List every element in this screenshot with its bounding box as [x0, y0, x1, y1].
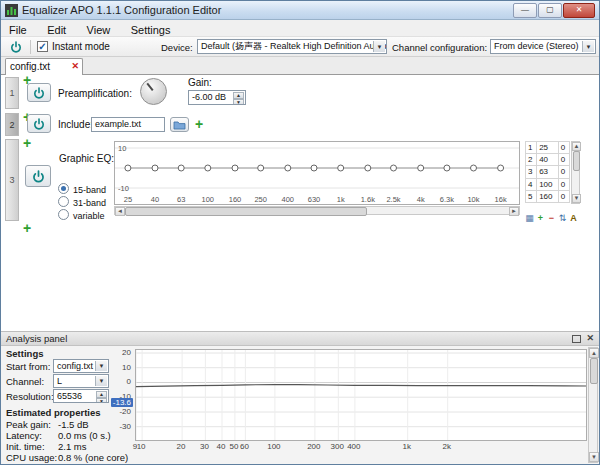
- menu-file[interactable]: File: [1, 22, 35, 36]
- spin-up-icon[interactable]: ▲: [96, 391, 107, 398]
- preamp-power-toggle[interactable]: [27, 83, 51, 102]
- scroll-left-icon[interactable]: ◄: [115, 207, 125, 216]
- band-freq-cell[interactable]: 160: [537, 190, 559, 202]
- svg-text:25: 25: [124, 195, 132, 204]
- app-window: Equalizer APO 1.1.1 Configuration Editor…: [0, 0, 600, 465]
- radio-icon: [58, 209, 69, 220]
- scroll-thumb[interactable]: [125, 207, 367, 216]
- close-panel-icon[interactable]: ✕: [586, 332, 594, 345]
- analysis-graph[interactable]: [135, 349, 587, 441]
- power-icon: [33, 118, 45, 130]
- normalize-response-icon[interactable]: A: [568, 213, 579, 223]
- init-time-value: 2.1 ms: [58, 441, 87, 452]
- x-tick-label: 400: [344, 442, 364, 451]
- invert-response-icon[interactable]: ⇅: [557, 213, 568, 223]
- svg-text:63: 63: [177, 195, 185, 204]
- eq-table-scrollbar[interactable]: ▲ ▼: [571, 141, 580, 204]
- grid-view-icon[interactable]: ▦: [524, 213, 535, 223]
- x-tick-label: 10: [131, 442, 151, 451]
- scroll-up-icon[interactable]: ▲: [589, 348, 599, 358]
- analysis-graph-canvas: [136, 350, 586, 440]
- float-panel-icon[interactable]: [572, 335, 581, 348]
- spin-down-icon[interactable]: ▼: [233, 99, 244, 105]
- band-freq-cell[interactable]: 40: [537, 154, 559, 166]
- svg-text:1k: 1k: [337, 195, 345, 204]
- band-gain-cell[interactable]: 0: [558, 154, 569, 166]
- scroll-thumb[interactable]: [590, 358, 598, 384]
- minimize-button[interactable]: —: [513, 3, 537, 18]
- peak-gain-value: -1.5 dB: [58, 419, 89, 430]
- include-power-toggle[interactable]: [27, 114, 51, 133]
- instant-mode-checkbox[interactable]: ✓: [37, 41, 48, 52]
- band-gain-cell[interactable]: 0: [558, 166, 569, 178]
- peak-gain-label: Peak gain:: [6, 419, 51, 430]
- include-file-input[interactable]: example.txt: [91, 117, 165, 132]
- title-bar[interactable]: Equalizer APO 1.1.1 Configuration Editor…: [1, 1, 599, 20]
- band-gain-cell[interactable]: 0: [558, 190, 569, 202]
- svg-text:16k: 16k: [495, 195, 507, 204]
- settings-header: Settings: [6, 348, 43, 359]
- spinner-arrows: ▲▼: [96, 391, 107, 401]
- band-freq-cell[interactable]: 25: [537, 142, 559, 154]
- chevron-down-icon[interactable]: ▼: [95, 361, 107, 371]
- analysis-scrollbar[interactable]: ▲ ▼: [588, 347, 598, 463]
- eq-graph[interactable]: 2540631001602504006301k1.6k2.5k4k6.3k10k…: [114, 141, 520, 205]
- svg-text:10k: 10k: [467, 195, 479, 204]
- start-from-select[interactable]: config.txt ▼: [53, 359, 109, 373]
- insert-row-button[interactable]: +: [21, 138, 33, 150]
- band-index-cell[interactable]: 5: [526, 190, 537, 202]
- close-button[interactable]: ✕: [563, 3, 595, 18]
- resolution-spinbox[interactable]: 65536 ▲▼: [53, 389, 109, 403]
- analysis-x-axis: 91020304050601002003004001k2k: [135, 442, 587, 452]
- scroll-right-icon[interactable]: ►: [509, 207, 519, 216]
- tab-close-icon[interactable]: ✕: [71, 61, 79, 71]
- browse-file-button[interactable]: [170, 117, 189, 132]
- add-include-button[interactable]: +: [193, 119, 205, 131]
- x-tick-label: 1k: [397, 442, 417, 451]
- band-index-cell[interactable]: 4: [526, 178, 537, 190]
- eq-mode-variable[interactable]: variable: [58, 205, 105, 223]
- append-row-button[interactable]: +: [21, 223, 33, 235]
- toolbar-separator: [30, 40, 31, 54]
- band-freq-cell[interactable]: 63: [537, 166, 559, 178]
- instant-mode-label: Instant mode: [52, 41, 110, 52]
- global-power-toggle[interactable]: [6, 39, 26, 54]
- device-select[interactable]: Default (扬声器 - Realtek High Definition A…: [197, 39, 387, 54]
- scroll-up-icon[interactable]: ▲: [572, 142, 581, 151]
- resolution-value: 65536: [57, 391, 82, 401]
- band-index-cell[interactable]: 3: [526, 166, 537, 178]
- eq-label: Graphic EQ:: [59, 153, 114, 164]
- eq-power-toggle[interactable]: [25, 165, 51, 187]
- channel-select[interactable]: L ▼: [53, 374, 109, 388]
- menu-settings[interactable]: Settings: [123, 22, 179, 36]
- chevron-down-icon[interactable]: ▼: [373, 41, 385, 52]
- band-gain-cell[interactable]: 0: [558, 142, 569, 154]
- maximize-button[interactable]: ▢: [538, 3, 562, 18]
- spin-up-icon[interactable]: ▲: [233, 92, 244, 99]
- analysis-panel-header[interactable]: Analysis panel ✕: [1, 332, 599, 346]
- gain-knob[interactable]: [140, 78, 167, 105]
- table-row: 1 25 0: [526, 142, 570, 154]
- add-band-icon[interactable]: +: [535, 213, 546, 223]
- channel-config-select[interactable]: From device (Stereo) ▼: [490, 39, 596, 54]
- menu-edit[interactable]: Edit: [39, 22, 74, 36]
- scroll-down-icon[interactable]: ▼: [589, 452, 599, 462]
- eq-band-table: 1 25 0 2 40 0 3 63 0 4 100 0 5 160: [525, 141, 570, 203]
- menu-view[interactable]: View: [79, 22, 119, 36]
- latency-label: Latency:: [6, 430, 42, 441]
- scroll-thumb[interactable]: [573, 151, 580, 171]
- eq-mode-label: variable: [73, 211, 105, 221]
- band-freq-cell[interactable]: 100: [537, 178, 559, 190]
- tab-config-txt[interactable]: config.txt ✕: [5, 58, 83, 76]
- scroll-down-icon[interactable]: ▼: [572, 194, 581, 203]
- spin-down-icon[interactable]: ▼: [96, 398, 107, 403]
- band-index-cell[interactable]: 2: [526, 154, 537, 166]
- chevron-down-icon[interactable]: ▼: [95, 376, 107, 386]
- band-index-cell[interactable]: 1: [526, 142, 537, 154]
- gain-spinbox[interactable]: -6.00 dB ▲▼: [188, 90, 246, 105]
- band-gain-cell[interactable]: 0: [558, 178, 569, 190]
- remove-band-icon[interactable]: −: [546, 213, 557, 223]
- chevron-down-icon[interactable]: ▼: [582, 41, 594, 52]
- eq-h-scrollbar[interactable]: ◄ ►: [114, 206, 520, 215]
- channel-config-label: Channel configuration:: [392, 42, 487, 53]
